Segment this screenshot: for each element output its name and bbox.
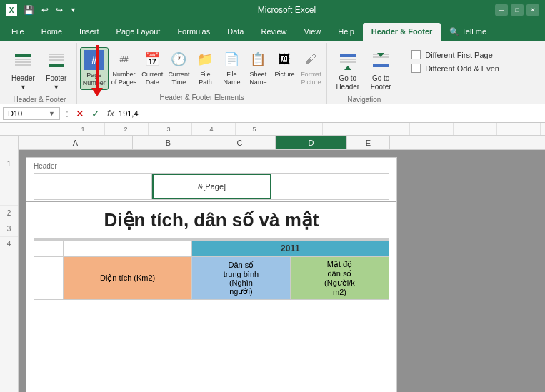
current-time-icon: 🕐: [169, 49, 189, 69]
svg-rect-13: [373, 64, 389, 67]
redo-qat-button[interactable]: ↪: [54, 5, 65, 15]
ruler-num-5: 5: [233, 126, 276, 133]
svg-rect-10: [340, 61, 356, 63]
sheet-content[interactable]: A B C D E Header &[Page]: [19, 136, 545, 392]
number-of-pages-label: Numberof Pages: [111, 71, 137, 86]
header-footer-group-label: Header & Footer: [7, 94, 72, 106]
file-path-button[interactable]: 📁 FilePath: [192, 47, 218, 89]
go-to-header-icon: [336, 50, 359, 73]
col-header-e: E: [347, 136, 390, 149]
tab-file[interactable]: File: [3, 23, 33, 41]
ruler-num-2: 2: [104, 126, 147, 133]
current-time-button[interactable]: 🕐 CurrentTime: [166, 47, 191, 89]
go-to-header-button[interactable]: Go toHeader: [331, 47, 364, 94]
different-odd-even-check[interactable]: Different Odd & Even: [411, 64, 499, 73]
save-qat-button[interactable]: 💾: [21, 5, 36, 15]
formula-input[interactable]: [119, 109, 542, 118]
file-path-icon: 📁: [195, 49, 215, 69]
minimize-button[interactable]: ─: [495, 4, 508, 16]
formula-confirm-icon[interactable]: ✓: [90, 108, 101, 119]
elements-group-label: Header & Footer Elements: [80, 92, 324, 104]
cell-reference-box[interactable]: D10 ▼: [3, 107, 60, 120]
data-table-wrapper: 2011 Diện tích (Km2) Dân sốtrung bình(Ng…: [26, 240, 396, 300]
tab-home[interactable]: Home: [33, 23, 71, 41]
ribbon-group-elements: # PageNumber ## Numberof Pages 📅 Current…: [77, 43, 328, 104]
different-first-page-check[interactable]: Different First Page: [411, 50, 499, 59]
close-button[interactable]: ✕: [526, 4, 539, 16]
page-body: Header &[Page] Diện tích, dân số và mật: [26, 157, 397, 392]
header-cell-right[interactable]: [271, 174, 389, 199]
header-cell-left[interactable]: [34, 174, 152, 199]
ribbon-checkboxes: Different First Page Different Odd & Eve…: [406, 44, 505, 79]
customize-qat-button[interactable]: ▼: [68, 6, 79, 14]
different-first-page-checkbox[interactable]: [411, 50, 421, 59]
ribbon-group-header-footer: Header▼ Footer▼ Header & Footer: [3, 43, 77, 104]
file-name-button[interactable]: 📄 FileName: [219, 47, 244, 89]
header-footer-buttons: Header▼ Footer▼: [7, 44, 72, 94]
current-time-label: CurrentTime: [168, 71, 189, 86]
formula-function-icon[interactable]: fx: [106, 108, 116, 119]
excel-icon: X: [6, 4, 17, 16]
sheet-name-button[interactable]: 📋 SheetName: [245, 47, 271, 89]
go-to-footer-button[interactable]: Go toFooter: [365, 47, 396, 94]
ruler-num-3: 3: [147, 126, 190, 133]
sheet-name-icon: 📋: [248, 49, 268, 69]
table-col2-header: Dân sốtrung bình(Nghìnngười): [191, 257, 290, 300]
tab-review[interactable]: Review: [252, 23, 295, 41]
restore-button[interactable]: □: [511, 4, 524, 16]
undo-qat-button[interactable]: ↩: [39, 5, 51, 15]
row-num-4: 4: [0, 237, 18, 308]
col-header-c: C: [204, 136, 276, 149]
header-cell-center[interactable]: &[Page]: [152, 174, 272, 199]
format-picture-icon: 🖌: [301, 49, 321, 69]
tab-insert[interactable]: Insert: [71, 23, 108, 41]
format-picture-button[interactable]: 🖌 FormatPicture: [298, 47, 324, 89]
file-name-icon: 📄: [221, 49, 241, 69]
picture-button[interactable]: 🖼 Picture: [271, 47, 297, 81]
page-area: Header &[Page] Diện tích, dân số và mật: [19, 150, 545, 392]
sheet-name-label: SheetName: [249, 71, 266, 86]
tab-help[interactable]: Help: [329, 23, 363, 41]
row-num-3: 3: [0, 221, 18, 237]
cell-ref-dropdown[interactable]: ▼: [49, 110, 55, 117]
header-cells: &[Page]: [34, 173, 389, 200]
data-table: 2011 Diện tích (Km2) Dân sốtrung bình(Ng…: [34, 240, 389, 300]
tab-data[interactable]: Data: [219, 23, 252, 41]
tab-page-layout[interactable]: Page Layout: [108, 23, 169, 41]
tab-formulas[interactable]: Formulas: [169, 23, 219, 41]
svg-rect-8: [340, 54, 356, 57]
number-of-pages-button[interactable]: ## Numberof Pages: [109, 47, 139, 89]
footer-button[interactable]: Footer▼: [41, 47, 72, 94]
row-num-2: 2: [0, 206, 18, 221]
window-controls[interactable]: ─ □ ✕: [495, 4, 539, 16]
table-subheader-row: Diện tích (Km2) Dân sốtrung bình(Nghìnng…: [34, 257, 389, 300]
formula-icons: ✕ ✓ fx: [74, 108, 116, 119]
different-odd-even-checkbox[interactable]: [411, 64, 421, 73]
cell-ref-value: D10: [8, 109, 22, 118]
page-number-button[interactable]: # PageNumber: [80, 47, 109, 90]
current-date-icon: 📅: [142, 49, 162, 69]
formula-cancel-icon[interactable]: ✕: [74, 108, 86, 119]
footer-icon: [45, 50, 68, 73]
navigation-buttons: Go toHeader Go toFooter: [331, 44, 396, 94]
current-date-button[interactable]: 📅 CurrentDate: [139, 47, 165, 89]
tab-view[interactable]: View: [296, 23, 330, 41]
table-sub-empty1: [34, 257, 64, 300]
go-to-footer-icon: [369, 50, 392, 73]
header-button[interactable]: Header▼: [7, 47, 39, 94]
different-first-page-label: Different First Page: [425, 51, 493, 59]
formula-separator: :: [66, 108, 69, 119]
header-icon: [11, 50, 34, 73]
header-area-label: Header: [34, 162, 389, 170]
tab-header-footer[interactable]: Header & Footer: [363, 23, 441, 41]
format-picture-label: FormatPicture: [301, 71, 321, 86]
picture-icon: 🖼: [274, 49, 294, 69]
ribbon-tabs: File Home Insert Page Layout Formulas Da…: [0, 20, 545, 41]
row-numbers: 1 2 3 4: [0, 136, 19, 392]
ribbon: Header▼ Footer▼ Header & Footer #: [0, 41, 545, 104]
tab-tell-me[interactable]: 🔍 Tell me: [441, 23, 495, 41]
col-header-a: A: [19, 136, 133, 149]
column-headers: A B C D E: [19, 136, 545, 150]
svg-rect-4: [49, 54, 64, 55]
svg-rect-7: [49, 64, 64, 67]
